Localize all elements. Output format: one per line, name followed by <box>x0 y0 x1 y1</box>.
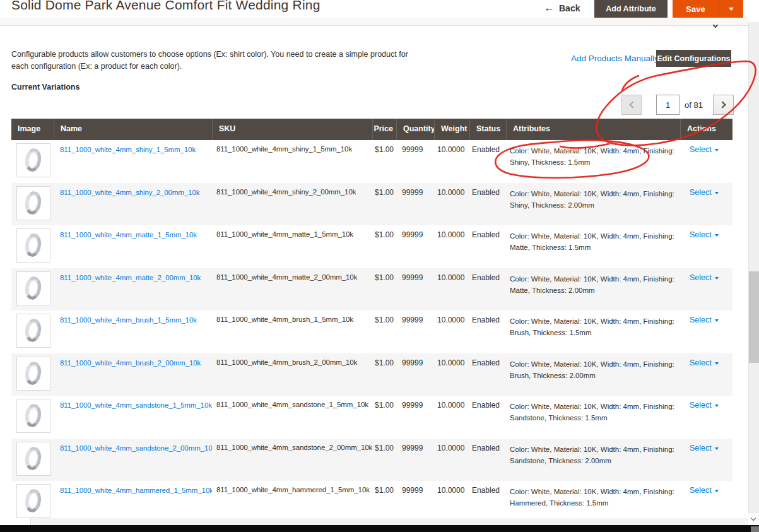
back-button[interactable]: ←Back <box>544 2 580 15</box>
status-cell: Enabled <box>469 481 506 524</box>
sku-cell: 811_1000_white_4mm_shiny_1_5mm_10k <box>212 140 372 183</box>
product-thumbnail[interactable] <box>16 186 50 220</box>
price-cell: $1.00 <box>372 396 396 439</box>
select-action-link[interactable]: Select <box>690 230 719 239</box>
quantity-cell: 99999 <box>396 225 434 268</box>
scrollbar-down-button[interactable] <box>748 513 759 525</box>
table-row: 811_1000_white_4mm_sandstone_2_00mm_10k … <box>11 439 733 482</box>
vertical-scrollbar-track[interactable] <box>748 22 759 514</box>
quantity-cell: 99999 <box>396 353 434 396</box>
weight-cell: 10.0000 <box>434 310 469 353</box>
status-cell: Enabled <box>469 268 506 311</box>
weight-cell: 10.0000 <box>434 439 469 482</box>
weight-cell: 10.0000 <box>434 481 469 524</box>
product-name-link[interactable]: 811_1000_white_4mm_brush_2_00mm_10k <box>60 359 201 367</box>
caret-down-icon <box>729 8 734 11</box>
product-thumbnail[interactable] <box>16 143 50 177</box>
product-thumbnail[interactable] <box>16 399 50 433</box>
select-label: Select <box>690 401 712 410</box>
sku-cell: 811_1000_white_4mm_matte_2_00mm_10k <box>212 268 372 311</box>
table-row: 811_1000_white_4mm_matte_1_5mm_10k 811_1… <box>11 225 733 268</box>
product-name-link[interactable]: 811_1000_white_4mm_shiny_1_5mm_10k <box>60 146 196 153</box>
attributes-cell: Color: White, Material: 10K, Width: 4mm,… <box>506 140 680 183</box>
ring-image <box>23 360 42 386</box>
save-button[interactable]: Save <box>673 0 719 18</box>
column-header-price: Price <box>372 119 396 140</box>
quantity-cell: 99999 <box>396 310 434 353</box>
select-label: Select <box>690 230 712 239</box>
product-name-link[interactable]: 811_1000_white_4mm_sandstone_1_5mm_10k <box>60 401 212 409</box>
product-thumbnail[interactable] <box>16 442 50 476</box>
bottom-black-bar <box>0 525 759 532</box>
price-cell: $1.00 <box>372 268 396 311</box>
header-bottom-strip <box>0 18 748 26</box>
select-action-link[interactable]: Select <box>690 188 719 197</box>
select-action-link[interactable]: Select <box>690 145 719 154</box>
product-name-link[interactable]: 811_1000_white_4mm_sandstone_2_00mm_10k <box>60 444 212 452</box>
select-action-link[interactable]: Select <box>690 486 719 495</box>
chevron-left-icon <box>629 101 636 108</box>
select-action-link[interactable]: Select <box>690 316 719 324</box>
table-row: 811_1000_white_4mm_brush_1_5mm_10k 811_1… <box>11 310 733 353</box>
weight-cell: 10.0000 <box>434 353 469 396</box>
pagination-total-label: of 81 <box>685 100 703 110</box>
sku-cell: 811_1000_white_4mm_sandstone_1_5mm_10k <box>212 396 372 439</box>
select-label: Select <box>690 486 712 495</box>
column-header-weight: Weight <box>434 119 469 140</box>
pagination-page-input[interactable] <box>656 95 680 115</box>
sku-cell: 811_1000_white_4mm_sandstone_2_00mm_10k <box>212 439 372 482</box>
product-name-link[interactable]: 811_1000_white_4mm_matte_1_5mm_10k <box>60 231 197 239</box>
pagination-next-button[interactable] <box>713 95 734 115</box>
table-row: 811_1000_white_4mm_shiny_2_00mm_10k 811_… <box>11 183 733 226</box>
product-thumbnail[interactable] <box>16 484 50 518</box>
product-name-link[interactable]: 811_1000_white_4mm_matte_2_00mm_10k <box>60 274 201 281</box>
table-row: 811_1000_white_4mm_shiny_1_5mm_10k 811_1… <box>11 140 733 183</box>
product-name-link[interactable]: 811_1000_white_4mm_brush_1_5mm_10k <box>60 316 197 324</box>
product-thumbnail[interactable] <box>16 357 50 391</box>
ring-image <box>23 275 42 300</box>
quantity-cell: 99999 <box>396 183 434 226</box>
product-thumbnail[interactable] <box>16 228 50 263</box>
column-header-status: Status <box>469 119 506 140</box>
caret-down-icon <box>715 405 719 407</box>
select-label: Select <box>690 188 712 197</box>
select-action-link[interactable]: Select <box>690 401 719 410</box>
product-name-link[interactable]: 811_1000_white_4mm_shiny_2_00mm_10k <box>60 189 199 196</box>
add-products-manually-link[interactable]: Add Products Manually <box>571 54 659 63</box>
ring-image <box>23 446 42 471</box>
caret-down-icon <box>715 192 719 194</box>
select-action-link[interactable]: Select <box>690 444 719 452</box>
quantity-cell: 99999 <box>396 396 434 439</box>
quantity-cell: 99999 <box>396 268 434 311</box>
back-label: Back <box>559 3 580 13</box>
attributes-cell: Color: White, Material: 10K, Width: 4mm,… <box>506 310 680 353</box>
table-row: 811_1000_white_4mm_matte_2_00mm_10k 811_… <box>11 268 733 311</box>
magento-product-edit-page: Solid Dome Park Avenue Comfort Fit Weddi… <box>0 0 759 532</box>
collapse-header-button[interactable] <box>710 20 721 28</box>
save-dropdown-toggle[interactable] <box>719 0 743 18</box>
price-cell: $1.00 <box>372 481 396 524</box>
pagination-prev-button[interactable] <box>621 95 642 115</box>
configurable-products-description: Configurable products allow customers to… <box>11 49 420 73</box>
product-thumbnail[interactable] <box>16 271 50 305</box>
edit-configurations-button[interactable]: Edit Configurations <box>656 50 731 67</box>
status-cell: Enabled <box>469 183 506 226</box>
select-label: Select <box>690 273 712 282</box>
product-thumbnail[interactable] <box>16 314 50 348</box>
vertical-scrollbar-thumb[interactable] <box>749 271 759 363</box>
select-action-link[interactable]: Select <box>690 273 719 282</box>
save-split-button: Save <box>673 0 743 18</box>
caret-down-icon <box>715 362 719 365</box>
add-attribute-button[interactable]: Add Attribute <box>594 0 668 18</box>
attributes-cell: Color: White, Material: 10K, Width: 4mm,… <box>506 268 680 311</box>
caret-down-icon <box>715 319 719 322</box>
attributes-cell: Color: White, Material: 10K, Width: 4mm,… <box>506 396 680 439</box>
product-name-link[interactable]: 811_1000_white_4mm_hammered_1_5mm_10k <box>60 487 212 494</box>
ring-image <box>23 403 42 428</box>
price-cell: $1.00 <box>372 439 396 482</box>
horizontal-scrollbar-track[interactable] <box>30 518 748 525</box>
price-cell: $1.00 <box>372 183 396 226</box>
select-action-link[interactable]: Select <box>690 358 719 367</box>
price-cell: $1.00 <box>372 140 396 183</box>
quantity-cell: 99999 <box>396 481 434 524</box>
